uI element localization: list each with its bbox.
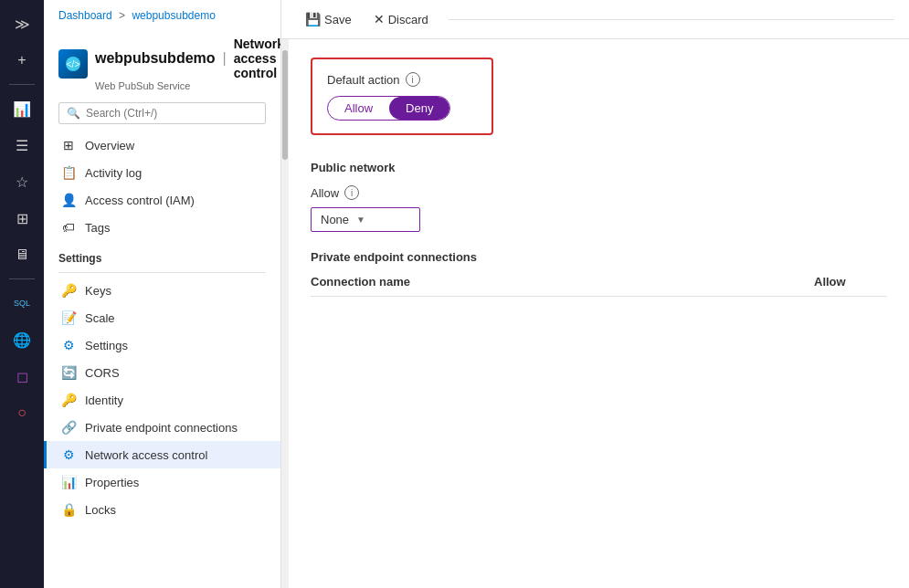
- scroll-track[interactable]: [281, 39, 289, 588]
- nav-private-endpoint-label: Private endpoint connections: [85, 421, 238, 435]
- service-icon: </>: [58, 49, 88, 79]
- identity-icon: 🔑: [61, 393, 76, 407]
- save-icon: 💾: [305, 12, 321, 26]
- content-with-scrollbar: Default action i Allow Deny Public netwo…: [281, 39, 909, 588]
- keys-icon: 🔑: [61, 283, 76, 298]
- content-panel: Default action i Allow Deny Public netwo…: [289, 39, 909, 588]
- nav-locks-label: Locks: [85, 503, 116, 517]
- scale-icon: 📝: [61, 310, 76, 325]
- monitor-icon[interactable]: ○: [5, 396, 38, 429]
- nav-overview[interactable]: ⊞ Overview: [44, 131, 280, 159]
- nav-cors-label: CORS: [85, 366, 120, 380]
- nav-network-access-control[interactable]: ⚙ Network access control: [44, 441, 280, 468]
- create-resource-icon[interactable]: +: [5, 44, 38, 77]
- search-input[interactable]: [86, 107, 258, 120]
- all-services-icon[interactable]: ☰: [5, 129, 38, 162]
- private-endpoint-connections-title: Private endpoint connections: [311, 250, 887, 264]
- search-icon: 🔍: [67, 107, 80, 120]
- toolbar: 💾 Save ✕ Discard: [281, 0, 909, 39]
- nav-properties[interactable]: 📊 Properties: [44, 468, 280, 496]
- dashboard-icon[interactable]: 📊: [5, 92, 38, 125]
- networking-icon[interactable]: 🌐: [5, 323, 38, 356]
- properties-icon: 📊: [61, 475, 76, 489]
- discard-icon: ✕: [374, 12, 385, 26]
- svg-text:</>: </>: [67, 59, 80, 69]
- icon-bar: ≫ + 📊 ☰ ☆ ⊞ 🖥 SQL 🌐 ◻ ○: [0, 0, 44, 588]
- nav-identity-label: Identity: [85, 394, 123, 407]
- nav-activity-log-label: Activity log: [85, 166, 142, 180]
- tags-icon: 🏷: [61, 220, 76, 235]
- nav-private-endpoint[interactable]: 🔗 Private endpoint connections: [44, 414, 280, 441]
- connections-table-header: Connection name Allow: [311, 275, 887, 297]
- nav-tags[interactable]: 🏷 Tags: [44, 214, 280, 241]
- nav-access-control[interactable]: 👤 Access control (IAM): [44, 186, 280, 214]
- default-action-title: Default action i: [327, 72, 477, 87]
- nav-overview-label: Overview: [85, 139, 134, 152]
- nav-locks[interactable]: 🔒 Locks: [44, 496, 280, 523]
- activity-log-icon: 📋: [61, 165, 76, 180]
- settings-divider: [58, 272, 266, 273]
- nav-network-access-label: Network access control: [85, 448, 207, 462]
- page-title-text: webpubsubdemo | Network access control .…: [95, 37, 281, 91]
- save-button[interactable]: 💾 Save: [296, 7, 361, 31]
- default-action-info-icon[interactable]: i: [406, 72, 420, 87]
- default-action-section: Default action i Allow Deny: [311, 58, 493, 135]
- page-title-section: </> webpubsubdemo | Network access contr…: [44, 29, 280, 95]
- scroll-thumb: [282, 50, 288, 160]
- locks-icon: 🔒: [61, 502, 76, 517]
- breadcrumb-dashboard[interactable]: Dashboard: [58, 9, 112, 22]
- deny-toggle-button[interactable]: Deny: [389, 97, 449, 120]
- network-access-icon: ⚙: [61, 447, 76, 462]
- recent-icon[interactable]: ⊞: [5, 202, 38, 235]
- service-subtitle: Web PubSub Service: [95, 80, 281, 91]
- nav-activity-log[interactable]: 📋 Activity log: [44, 159, 280, 186]
- nav-settings-label: Settings: [85, 339, 128, 352]
- public-network-title: Public network: [311, 161, 887, 174]
- overview-icon: ⊞: [61, 138, 76, 152]
- connection-name-col-header: Connection name: [311, 275, 814, 289]
- nav-settings[interactable]: ⚙ Settings: [44, 331, 280, 359]
- allow-label-section: Allow i: [311, 185, 887, 200]
- private-endpoint-icon: 🔗: [61, 420, 76, 435]
- settings-section-label: Settings: [44, 241, 280, 268]
- nav-tags-label: Tags: [85, 221, 110, 235]
- page-name: Network access control: [234, 37, 281, 80]
- cloud-shell-icon[interactable]: 🖥: [5, 238, 38, 271]
- dropdown-arrow-icon: ▼: [356, 215, 365, 225]
- sql-icon[interactable]: SQL: [5, 287, 38, 320]
- discard-button[interactable]: ✕ Discard: [365, 7, 438, 31]
- default-action-label: Default action: [327, 73, 400, 87]
- service-svg-icon: </>: [64, 55, 82, 73]
- save-label: Save: [324, 13, 352, 26]
- nav-scale[interactable]: 📝 Scale: [44, 304, 280, 331]
- breadcrumb-separator: >: [119, 9, 125, 22]
- title-separator: |: [223, 50, 227, 67]
- none-dropdown[interactable]: None ▼: [311, 207, 420, 232]
- breadcrumb: Dashboard > webpubsubdemo: [44, 0, 280, 22]
- nav-cors[interactable]: 🔄 CORS: [44, 359, 280, 386]
- security-icon[interactable]: ◻: [5, 360, 38, 393]
- content-main: Default action i Allow Deny Public netwo…: [311, 58, 887, 570]
- allow-col-header: Allow: [814, 275, 887, 289]
- allow-text: Allow: [311, 186, 339, 200]
- cors-icon: 🔄: [61, 365, 76, 380]
- nav-keys[interactable]: 🔑 Keys: [44, 277, 280, 304]
- access-control-icon: 👤: [61, 193, 76, 207]
- dropdown-value: None: [321, 213, 349, 226]
- settings-icon: ⚙: [61, 338, 76, 352]
- search-bar[interactable]: 🔍: [58, 102, 266, 124]
- discard-label: Discard: [388, 13, 428, 26]
- main-content-area: 💾 Save ✕ Discard Default action i: [281, 0, 909, 588]
- nav-properties-label: Properties: [85, 476, 139, 489]
- expand-collapse-icon[interactable]: ≫: [5, 7, 38, 40]
- nav-identity[interactable]: 🔑 Identity: [44, 386, 280, 414]
- service-name: webpubsubdemo: [95, 50, 216, 67]
- favorites-icon[interactable]: ☆: [5, 165, 38, 198]
- allow-deny-toggle: Allow Deny: [327, 96, 450, 121]
- breadcrumb-current[interactable]: webpubsubdemo: [132, 9, 215, 22]
- nav-keys-label: Keys: [85, 284, 111, 298]
- allow-toggle-button[interactable]: Allow: [328, 97, 389, 120]
- nav-access-control-label: Access control (IAM): [85, 194, 195, 207]
- sidebar: Dashboard > webpubsubdemo </> webpubsubd…: [44, 0, 281, 588]
- allow-info-icon[interactable]: i: [344, 185, 359, 200]
